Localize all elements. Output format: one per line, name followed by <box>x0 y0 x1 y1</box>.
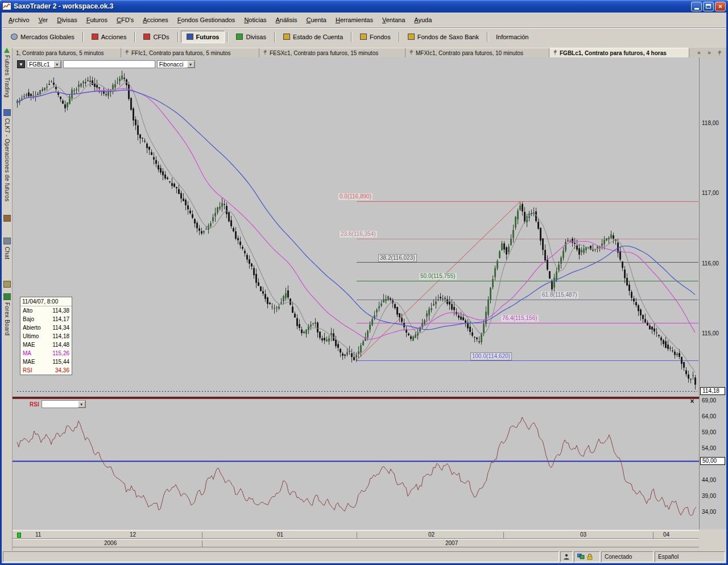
toolbar-estado-de-cuenta[interactable]: Estado de Cuenta <box>278 31 349 43</box>
menu-ventana[interactable]: Ventana <box>378 14 410 26</box>
rsi-study-combo[interactable]: ▼ <box>42 400 86 408</box>
titlebar[interactable]: SaxoTrader 2 - workspace.ok.3 × <box>0 0 728 13</box>
symbol-combo[interactable]: FGBLc1 ▼ <box>27 60 61 68</box>
toolbar-fondos-de-saxo-bank[interactable]: Fondos de Saxo Bank <box>402 31 485 43</box>
tooltip-row-value: 114,38 <box>52 308 69 314</box>
price-tick-label: 115,00 <box>702 330 719 336</box>
tab-scroll-right-button[interactable]: » <box>705 49 714 57</box>
tag-icon[interactable] <box>3 281 11 288</box>
toolbar-separator <box>134 32 135 42</box>
time-axis-years[interactable]: 20062007 <box>13 539 699 547</box>
status-message-panel <box>3 551 559 562</box>
pin-icon <box>409 49 413 56</box>
menu-futuros[interactable]: Futuros <box>82 14 112 26</box>
toolbar-cfds[interactable]: CFDs <box>138 31 175 43</box>
toolbar-label: Futuros <box>196 34 220 40</box>
study-combo[interactable]: Fibonacci ▼ <box>157 60 195 68</box>
toolbar-label: CFDs <box>153 34 169 40</box>
time-axis-months[interactable]: 111201020304 <box>13 530 699 539</box>
hammer-icon[interactable] <box>3 215 11 222</box>
menu-divisas[interactable]: Divisas <box>52 14 81 26</box>
toolbar-label: Fondos <box>370 34 391 40</box>
toolbar-label: Estado de Cuenta <box>293 34 343 40</box>
connection-icons-panel <box>574 551 600 562</box>
toolbar-label: Acciones <box>101 34 127 40</box>
menu-acciones[interactable]: Acciones <box>138 14 173 26</box>
pin-icon <box>553 49 557 56</box>
menu-an-lisis[interactable]: Análisis <box>271 14 302 26</box>
toolbar-fondos[interactable]: Fondos <box>354 31 396 43</box>
price-axis[interactable]: 118,00117,00116,00115,00114,1869,0064,00… <box>699 57 726 529</box>
toolbar-separator <box>274 32 275 42</box>
rsi-tick-label: 54,00 <box>702 445 716 451</box>
symbol-combo-value: FGBLc1 <box>29 61 53 68</box>
axis-scroll-marker[interactable] <box>17 533 21 538</box>
funds-icon <box>360 34 367 40</box>
sidebar-item-chat[interactable]: Chat <box>4 247 10 259</box>
rsi-chart-canvas[interactable] <box>13 399 699 529</box>
fib-level-label-76-4: 76.4(115,156) <box>501 315 539 322</box>
network-icon <box>577 554 585 560</box>
pin-icon <box>263 49 267 56</box>
tooltip-row-mae: MAE115,44 <box>20 358 72 366</box>
close-button[interactable]: × <box>715 2 726 11</box>
minimize-button[interactable] <box>691 2 702 11</box>
menu-ver[interactable]: Ver <box>34 14 53 26</box>
toolbar-futuros[interactable]: Futuros <box>181 31 225 43</box>
chevron-down-icon[interactable]: ▼ <box>53 61 61 68</box>
chevron-down-icon[interactable]: ▼ <box>78 401 85 408</box>
year-label-2007: 2007 <box>445 540 458 546</box>
app-window: SaxoTrader 2 - workspace.ok.3 × ArchivoV… <box>0 0 728 565</box>
sidebar-item-forex-board[interactable]: Forex Board <box>4 302 10 335</box>
toolbar-acciones[interactable]: Acciones <box>86 31 133 43</box>
tab-label: FESXc1, Contrato para futuros, 15 minuto… <box>270 50 378 56</box>
chart-symbol-input[interactable] <box>63 60 155 68</box>
tab-1[interactable]: 1, Contrato para futuros, 5 minutos <box>13 48 121 57</box>
tab-label: 1, Contrato para futuros, 5 minutos <box>16 50 104 56</box>
tooltip-row-label: RSI <box>23 367 32 373</box>
menu-ayuda[interactable]: Ayuda <box>410 14 436 26</box>
rsi-tick-label: 59,00 <box>702 429 716 435</box>
tooltip-row-ultimo: Ultimo114,18 <box>20 332 72 340</box>
fib-level-label-50-0: 50.0(115,755) <box>419 273 457 280</box>
rsi-close-button[interactable]: × <box>688 397 696 405</box>
tab-ffic1[interactable]: FFIc1, Contrato para futuros, 5 minutos <box>121 48 259 57</box>
rsi-tick-label: 39,00 <box>702 493 716 499</box>
stocks-icon <box>92 34 98 40</box>
user-panel <box>560 551 573 562</box>
window-icon[interactable] <box>3 109 11 116</box>
chat-icon[interactable] <box>3 238 11 244</box>
menu-cuenta[interactable]: Cuenta <box>301 14 330 26</box>
toolbar-divisas[interactable]: Divisas <box>230 31 271 43</box>
maximize-button[interactable] <box>703 2 714 11</box>
menu-archivo[interactable]: Archivo <box>4 14 34 26</box>
chevron-down-icon[interactable]: ▼ <box>187 61 195 68</box>
symbol-menu-button[interactable]: ▼ <box>17 60 25 68</box>
window-title: SaxoTrader 2 - workspace.ok.3 <box>14 2 691 10</box>
tooltip-row-label: MAE <box>23 359 35 365</box>
tab-label: FGBLc1, Contrato para futuros, 4 horas <box>560 50 667 56</box>
tab-scroll-left-button[interactable]: « <box>694 49 704 57</box>
up-arrow-icon[interactable] <box>4 48 10 53</box>
tooltip-row-label: Abierto <box>23 325 41 331</box>
menu-cfd-s[interactable]: CFD's <box>112 14 138 26</box>
tab-mfxic1[interactable]: MFXIc1, Contrato para futuros, 10 minuto… <box>406 48 549 57</box>
board-icon[interactable] <box>3 293 11 300</box>
toolbar-mercados-globales[interactable]: Mercados Globales <box>5 31 80 43</box>
rsi-tick-label: 34,00 <box>702 509 716 515</box>
language-selector[interactable]: Español <box>655 551 725 562</box>
tab-pin-button[interactable] <box>715 49 724 57</box>
menu-fondos-gestionados[interactable]: Fondos Gestionados <box>173 14 240 26</box>
sidebar-item-futures-trading[interactable]: Futures Trading <box>4 55 10 98</box>
sidebar-item-clk7-operaciones-de-futuros[interactable]: CLK7 - Operaciones de futuros <box>4 118 10 202</box>
price-chart-canvas[interactable] <box>13 57 699 397</box>
tooltip-row-label: Ultimo <box>23 333 39 339</box>
tab-label: MFXIc1, Contrato para futuros, 10 minuto… <box>416 50 523 56</box>
menu-herramientas[interactable]: Herramientas <box>331 14 378 26</box>
toolbar-informaci-n[interactable]: Información <box>490 31 534 43</box>
tab-fesxc1[interactable]: FESXc1, Contrato para futuros, 15 minuto… <box>259 48 406 57</box>
tooltip-row-label: MAE <box>23 342 35 348</box>
menu-noticias[interactable]: Noticias <box>239 14 271 26</box>
tooltip-row-label: Bajo <box>23 316 34 322</box>
tab-fgblc1[interactable]: FGBLc1, Contrato para futuros, 4 horas <box>549 48 689 57</box>
